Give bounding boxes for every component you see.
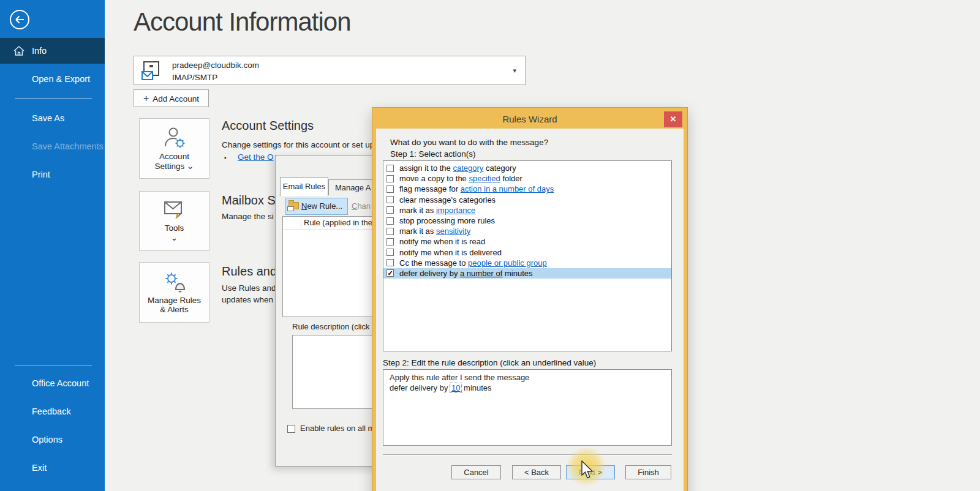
- action-item[interactable]: flag message for action in a number of d…: [383, 184, 671, 194]
- home-icon: [13, 45, 25, 56]
- tab-email-rules[interactable]: Email Rules: [280, 177, 328, 196]
- change-rule-button[interactable]: Chan: [352, 201, 371, 211]
- tile-label: Manage Rules: [140, 296, 209, 305]
- tile-label: Account: [140, 152, 209, 161]
- action-label: clear message's categories: [399, 195, 496, 204]
- gear-bell-icon: [161, 270, 188, 293]
- sidebar-item-open-export[interactable]: Open & Export: [0, 67, 105, 91]
- bullet-icon: ▪: [224, 154, 227, 161]
- action-value-link[interactable]: sensitivity: [436, 227, 470, 236]
- sidebar-item-office-account[interactable]: Office Account: [0, 371, 105, 395]
- person-gear-icon: [161, 126, 188, 149]
- sidebar-item-label: Info: [32, 46, 47, 56]
- sidebar-item-exit[interactable]: Exit: [0, 455, 105, 480]
- step1-label: Step 1: Select action(s): [390, 149, 476, 159]
- rule-description-editor[interactable]: Apply this rule after I send the message…: [383, 369, 672, 446]
- sidebar-item-label: Save Attachments: [32, 141, 104, 151]
- checkbox-icon[interactable]: [386, 228, 394, 235]
- checkbox-icon[interactable]: [386, 165, 394, 172]
- checkbox-icon[interactable]: [386, 217, 394, 225]
- tile-label: Tools: [140, 223, 209, 233]
- app-window: Info Open & Export Save As Save Attachme…: [0, 0, 980, 491]
- sidebar-item-save-as[interactable]: Save As: [0, 106, 105, 130]
- checkbox-checked-icon[interactable]: ✓: [386, 269, 394, 277]
- tile-label: & Alerts: [140, 305, 209, 314]
- deferral-minutes-link[interactable]: 10: [450, 383, 461, 392]
- action-item[interactable]: mark it as importance: [383, 205, 671, 216]
- account-protocol: IMAP/SMTP: [172, 73, 217, 82]
- next-button[interactable]: Next >: [566, 465, 615, 479]
- add-account-button[interactable]: +Add Account: [134, 89, 209, 107]
- finish-button[interactable]: Finish: [625, 465, 671, 479]
- checkbox-icon[interactable]: [386, 238, 394, 246]
- action-item[interactable]: notify me when it is read: [383, 236, 671, 247]
- action-item[interactable]: assign it to the category category: [383, 163, 671, 173]
- action-value-link[interactable]: category: [453, 163, 483, 173]
- account-email: pradeep@cloudbik.com: [172, 61, 259, 70]
- account-dropdown[interactable]: pradeep@cloudbik.com IMAP/SMTP ▾: [134, 56, 526, 85]
- action-item[interactable]: clear message's categories: [383, 195, 671, 205]
- checkbox-icon[interactable]: [386, 186, 394, 193]
- button-separator: [383, 454, 672, 455]
- new-rule-label: N: [301, 201, 307, 211]
- account-settings-tile-button[interactable]: Account Settings ⌄: [139, 118, 209, 179]
- checkbox-icon[interactable]: [386, 196, 394, 203]
- action-label: defer delivery by a number of minutes: [399, 269, 533, 278]
- action-value-link[interactable]: specified: [469, 174, 500, 183]
- change-rule-label: C: [352, 201, 357, 211]
- back-button-wizard[interactable]: < Back: [512, 465, 561, 479]
- action-item[interactable]: move a copy to the specified folder: [383, 173, 671, 184]
- action-label: assign it to the category category: [399, 163, 516, 173]
- wizard-title-bar[interactable]: Rules Wizard: [376, 111, 684, 129]
- new-rule-button[interactable]: New Rule...: [285, 198, 348, 215]
- section-heading-rules: Rules and: [222, 264, 277, 279]
- sidebar-item-label: Save As: [32, 113, 64, 123]
- mail-account-icon: [140, 61, 162, 81]
- section-heading-account-settings: Account Settings: [222, 119, 314, 133]
- manage-rules-tile-button[interactable]: Manage Rules & Alerts: [139, 262, 209, 323]
- section-desc: Use Rules and: [222, 283, 276, 293]
- tools-tile-button[interactable]: Tools ⌄: [139, 191, 209, 251]
- checkbox-icon[interactable]: [386, 206, 394, 214]
- action-value-link[interactable]: a number of: [460, 269, 502, 278]
- action-label: notify me when it is read: [399, 237, 485, 246]
- section-desc: Change settings for this account or set …: [222, 140, 374, 149]
- action-label: mark it as importance: [399, 206, 475, 215]
- description-line2: defer delivery by 10 minutes: [390, 383, 671, 394]
- change-rule-label: han: [357, 201, 371, 211]
- enable-rules-label[interactable]: Enable rules on all m: [300, 424, 374, 433]
- checkbox-icon[interactable]: [386, 259, 394, 266]
- back-button[interactable]: [9, 9, 30, 30]
- envelope-brush-icon: [161, 199, 188, 221]
- action-value-link[interactable]: people or public group: [468, 258, 547, 268]
- description-text: defer delivery by: [390, 383, 450, 392]
- sidebar-divider: [15, 98, 92, 99]
- sidebar-item-info[interactable]: Info: [0, 38, 105, 64]
- cancel-button[interactable]: Cancel: [451, 465, 501, 479]
- action-value-link[interactable]: action in a number of days: [461, 184, 554, 193]
- action-item[interactable]: Cc the message to people or public group: [383, 258, 671, 268]
- enable-rules-checkbox[interactable]: [287, 425, 295, 433]
- checkbox-icon[interactable]: [386, 175, 394, 182]
- close-icon[interactable]: ✕: [664, 111, 682, 127]
- action-label: notify me when it is delivered: [399, 248, 502, 257]
- add-account-label: Add Account: [153, 94, 199, 103]
- action-item[interactable]: mark it as sensitivity: [383, 226, 671, 236]
- sidebar-item-print[interactable]: Print: [0, 162, 105, 187]
- sidebar-item-options[interactable]: Options: [0, 427, 105, 452]
- section-heading-mailbox: Mailbox S: [222, 193, 276, 208]
- sidebar-item-save-attachments: Save Attachments: [0, 134, 105, 159]
- wizard-action-list: assign it to the category categorymove a…: [383, 160, 672, 351]
- action-item[interactable]: ✓defer delivery by a number of minutes: [383, 268, 671, 279]
- action-item[interactable]: notify me when it is delivered: [383, 247, 671, 258]
- action-item[interactable]: stop processing more rules: [383, 216, 671, 226]
- sidebar-item-feedback[interactable]: Feedback: [0, 399, 105, 424]
- get-the-o-link[interactable]: Get the O: [238, 152, 274, 162]
- section-desc: updates when: [222, 295, 273, 304]
- rules-wizard-dialog: Rules Wizard ✕ What do you want to do wi…: [372, 108, 687, 491]
- sidebar-item-label: Options: [32, 435, 62, 444]
- wizard-question: What do you want to do with the message?: [390, 138, 548, 147]
- page-title: Account Information: [134, 7, 351, 37]
- checkbox-icon[interactable]: [386, 249, 394, 256]
- action-value-link[interactable]: importance: [436, 206, 475, 215]
